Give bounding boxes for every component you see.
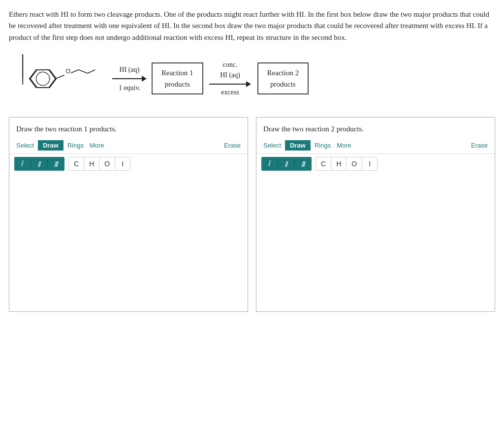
panel2-erase-btn[interactable]: Erase	[469, 141, 490, 150]
ether-molecule: O	[19, 54, 107, 103]
panel1-hydrogen-btn[interactable]: H	[84, 157, 99, 170]
panel1-select-btn[interactable]: Select	[14, 141, 36, 150]
arrow1-section: HI (aq) 1 equiv.	[107, 64, 152, 93]
arrow2-line	[209, 81, 251, 87]
panel2-carbon-btn[interactable]: C	[316, 157, 331, 170]
svg-line-8	[79, 70, 88, 73]
reaction-diagram: O HI (aq) 1 equiv. Reaction 1 products c…	[9, 54, 495, 103]
svg-text:O: O	[65, 67, 70, 75]
panel2-bond-group: / // ///	[261, 157, 312, 171]
draw-panel-2: Draw the two reaction 2 products. Select…	[256, 117, 495, 312]
panel2-double-bond-btn[interactable]: //	[278, 157, 295, 171]
panel1-erase-btn[interactable]: Erase	[222, 141, 243, 150]
panel2-single-bond-btn[interactable]: /	[261, 157, 278, 171]
panel2-triple-bond-btn[interactable]: ///	[295, 157, 312, 171]
arrow2-head	[246, 81, 251, 87]
arrow1-head	[142, 76, 147, 82]
reaction1-box: Reaction 1 products	[152, 62, 203, 94]
reaction2-line2: products	[267, 79, 299, 90]
draw-panel-1: Draw the two reaction 1 products. Select…	[9, 117, 248, 312]
panel1-oxygen-btn[interactable]: O	[99, 157, 115, 170]
panel2-toolbar: Select Draw Rings More Erase	[256, 137, 495, 154]
panel2-select-btn[interactable]: Select	[261, 141, 283, 150]
intro-text: Ethers react with HI to form two cleavag…	[9, 9, 491, 43]
panel1-atom-group: C H O I	[68, 157, 130, 171]
panel1-draw-btn[interactable]: Draw	[38, 140, 63, 151]
arrow1-shaft	[112, 78, 142, 79]
reaction2-box: Reaction 2 products	[257, 62, 309, 94]
arrow1-top-label: HI (aq)	[120, 64, 140, 75]
panel1-double-bond-btn[interactable]: //	[31, 157, 48, 171]
panel1-canvas[interactable]	[9, 174, 248, 311]
panel2-atom-group: C H O I	[315, 157, 378, 171]
panel1-more-btn[interactable]: More	[88, 141, 106, 150]
arrow2-bottom-label: excess	[221, 87, 239, 97]
panel1-triple-bond-btn[interactable]: ///	[48, 157, 64, 171]
reaction1-line2: products	[161, 79, 193, 90]
panels-row: Draw the two reaction 1 products. Select…	[9, 117, 495, 312]
panel1-single-bond-btn[interactable]: /	[14, 157, 31, 171]
panel2-canvas[interactable]	[256, 174, 495, 311]
panel1-bond-group: / // ///	[14, 157, 64, 171]
svg-line-9	[88, 70, 95, 73]
panel1-toolbar: Select Draw Rings More Erase	[9, 137, 248, 154]
panel2-rings-btn[interactable]: Rings	[313, 141, 333, 150]
arrow2-shaft	[209, 84, 246, 85]
panel2-bond-toolbar: / // /// C H O I	[256, 154, 495, 174]
panel2-iodine-btn[interactable]: I	[362, 157, 377, 170]
svg-marker-0	[30, 70, 57, 88]
reaction1-line1: Reaction 1	[161, 67, 193, 79]
panel2-hydrogen-btn[interactable]: H	[331, 157, 346, 170]
panel1-bond-toolbar: / // /// C H O I	[9, 154, 248, 174]
panel1-iodine-btn[interactable]: I	[115, 157, 130, 170]
arrow2-top-label: HI (aq)	[220, 70, 240, 80]
panel1-rings-btn[interactable]: Rings	[65, 141, 86, 150]
arrow2-section: conc. HI (aq) excess	[203, 60, 257, 97]
arrow1-bottom-label: 1 equiv.	[119, 83, 140, 93]
panel2-oxygen-btn[interactable]: O	[346, 157, 362, 170]
panel2-more-btn[interactable]: More	[335, 141, 353, 150]
panel2-title: Draw the two reaction 2 products.	[256, 118, 495, 138]
panel1-carbon-btn[interactable]: C	[69, 157, 84, 170]
reaction2-line1: Reaction 2	[267, 67, 299, 79]
svg-line-5	[56, 75, 64, 78]
panel1-title: Draw the two reaction 1 products.	[9, 118, 248, 138]
panel2-draw-btn[interactable]: Draw	[285, 140, 311, 151]
svg-line-7	[71, 70, 78, 73]
svg-point-3	[36, 72, 49, 85]
conc-label: conc.	[223, 60, 238, 70]
arrow1-line	[112, 76, 147, 82]
